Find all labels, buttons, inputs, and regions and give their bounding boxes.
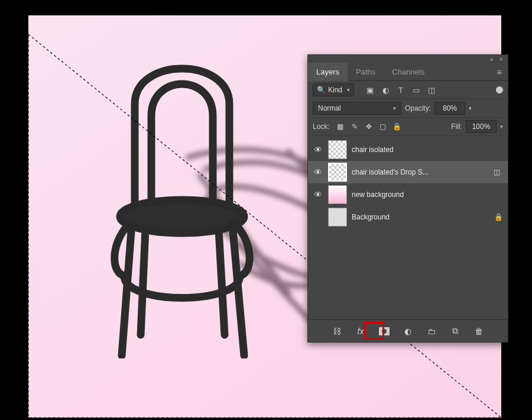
- layer-row[interactable]: 👁 chair isolated's Drop S... ◫: [308, 161, 508, 183]
- layers-panel: « × Layers Paths Channels ≡ 🔍 Kind ▾ ▣ ◐…: [307, 54, 508, 343]
- filter-kind-select[interactable]: 🔍 Kind ▾: [313, 83, 354, 96]
- layer-thumbnail[interactable]: [328, 163, 347, 182]
- lock-artboard-icon[interactable]: ▢: [378, 122, 388, 131]
- opacity-value-box[interactable]: 80%: [434, 102, 465, 115]
- layer-row[interactable]: 👁 Background 🔒: [308, 206, 508, 228]
- blend-mode-select[interactable]: Normal ▾: [313, 102, 401, 115]
- visibility-toggle-icon[interactable]: 👁: [313, 212, 323, 222]
- svg-line-6: [122, 224, 132, 356]
- lock-pixels-icon[interactable]: ✎: [350, 122, 359, 131]
- new-group-icon[interactable]: 🗀: [425, 325, 438, 338]
- collapse-icon[interactable]: «: [489, 56, 495, 62]
- chevron-down-icon[interactable]: ▾: [469, 105, 472, 111]
- opacity-label: Opacity:: [405, 104, 431, 112]
- visibility-toggle-icon[interactable]: 👁: [313, 190, 323, 199]
- lock-transparency-icon[interactable]: ▦: [336, 122, 345, 131]
- panel-tabs: Layers Paths Channels ≡: [308, 63, 508, 81]
- svg-line-9: [219, 230, 225, 335]
- visibility-toggle-icon[interactable]: 👁: [313, 167, 323, 177]
- layer-name[interactable]: new background: [352, 190, 503, 199]
- layer-thumbnail[interactable]: [328, 208, 347, 227]
- svg-line-2: [223, 228, 318, 329]
- lock-row: Lock: ▦ ✎ ✥ ▢ 🔒 Fill: 100% ▾: [308, 118, 508, 136]
- layer-name[interactable]: chair isolated's Drop S...: [352, 168, 485, 176]
- delete-layer-icon[interactable]: 🗑: [472, 325, 485, 338]
- fill-value-box[interactable]: 100%: [466, 120, 497, 133]
- filter-kind-label: Kind: [328, 86, 342, 94]
- lock-position-icon[interactable]: ✥: [364, 122, 374, 131]
- tab-layers[interactable]: Layers: [308, 63, 348, 81]
- layer-filter-row: 🔍 Kind ▾ ▣ ◐ T ▭ ◫: [308, 81, 508, 99]
- chevron-down-icon[interactable]: ▾: [500, 124, 503, 130]
- search-icon: 🔍: [317, 86, 326, 94]
- blend-mode-value: Normal: [318, 104, 341, 112]
- filter-image-icon[interactable]: ▣: [365, 85, 375, 95]
- tutorial-highlight: [364, 322, 384, 340]
- svg-line-8: [141, 230, 145, 335]
- new-adjustment-icon[interactable]: ◐: [401, 325, 414, 338]
- layer-row[interactable]: 👁 new background: [308, 183, 508, 206]
- filter-adjustment-icon[interactable]: ◐: [380, 85, 391, 95]
- filter-toggle-icon[interactable]: [496, 86, 503, 93]
- tab-paths[interactable]: Paths: [348, 63, 384, 81]
- lock-all-icon[interactable]: 🔒: [392, 122, 402, 131]
- close-icon[interactable]: ×: [498, 56, 504, 62]
- fill-label: Fill:: [451, 122, 462, 131]
- filter-shape-icon[interactable]: ▭: [411, 85, 421, 95]
- chevron-down-icon: ▾: [347, 87, 350, 93]
- link-layers-icon[interactable]: ⛓: [330, 325, 343, 338]
- layer-row[interactable]: 👁 chair isolated: [308, 138, 508, 161]
- layer-list: 👁 chair isolated 👁 chair isolated's Drop…: [308, 136, 508, 231]
- filter-type-icon[interactable]: T: [395, 85, 406, 95]
- chair-object: [99, 39, 265, 358]
- lock-label: Lock:: [313, 122, 330, 131]
- smart-object-badge-icon: ◫: [490, 168, 503, 176]
- svg-point-5: [120, 200, 244, 233]
- panel-topbar: « ×: [308, 55, 508, 63]
- chevron-down-icon: ▾: [393, 105, 396, 111]
- svg-line-7: [232, 224, 244, 356]
- tab-channels[interactable]: Channels: [384, 63, 433, 81]
- panel-footer: ⛓ fx ◐ 🗀 ⧉ 🗑: [308, 319, 508, 342]
- blend-mode-row: Normal ▾ Opacity: 80% ▾: [308, 99, 508, 118]
- layer-thumbnail[interactable]: [328, 140, 347, 159]
- visibility-toggle-icon[interactable]: 👁: [313, 145, 323, 154]
- svg-line-0: [200, 175, 288, 293]
- filter-smart-icon[interactable]: ◫: [426, 85, 437, 95]
- panel-menu-icon[interactable]: ≡: [491, 63, 508, 82]
- new-layer-icon[interactable]: ⧉: [449, 325, 462, 338]
- layer-name[interactable]: chair isolated: [352, 146, 503, 154]
- layer-thumbnail[interactable]: [328, 185, 347, 204]
- layer-name[interactable]: Background: [352, 213, 489, 221]
- lock-icon: 🔒: [494, 213, 503, 221]
